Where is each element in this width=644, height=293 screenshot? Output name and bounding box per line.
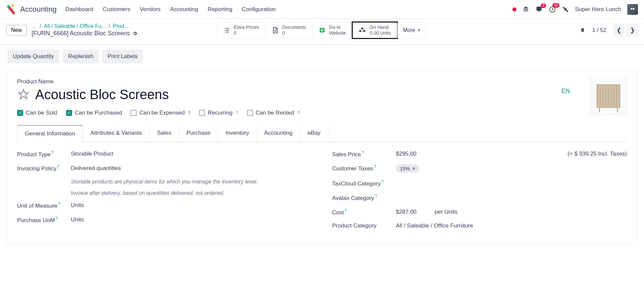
help-icon[interactable]: ? xyxy=(57,164,59,169)
tab-attributes-variants[interactable]: Attributes & Variants xyxy=(83,125,150,142)
cost-per-unit: per Units xyxy=(435,209,457,215)
cost-value[interactable]: $287.00 xyxy=(396,209,416,215)
tabs: General Information Attributes & Variant… xyxy=(17,125,627,142)
stat-documents[interactable]: Documents 0 xyxy=(265,22,312,38)
breadcrumb-record: [FURN_6666] Acoustic Bloc Screens xyxy=(32,30,130,37)
pager-prev-button[interactable]: ❮ xyxy=(613,24,625,37)
language-tag[interactable]: EN xyxy=(561,88,570,95)
help-icon[interactable]: ? xyxy=(375,194,377,199)
avatax-category-label: Avatax Category xyxy=(332,195,374,201)
help-icon[interactable]: ? xyxy=(297,111,300,115)
can-be-rented-checkbox[interactable] xyxy=(247,110,253,116)
svg-rect-4 xyxy=(631,8,635,9)
uom-value[interactable]: Units xyxy=(71,202,312,209)
tools-icon[interactable] xyxy=(562,6,569,13)
can-be-sold-label: Can be Sold xyxy=(26,110,57,116)
product-name-label: Product Name xyxy=(17,78,627,85)
tab-general-information[interactable]: General Information xyxy=(17,125,83,142)
menu-reporting[interactable]: Reporting xyxy=(208,6,233,13)
tab-accounting[interactable]: Accounting xyxy=(257,125,300,142)
sales-price-value[interactable]: $295.00 xyxy=(396,151,416,157)
can-be-expensed-label: Can be Expensed xyxy=(139,110,185,116)
svg-rect-1 xyxy=(630,6,635,12)
stat-website[interactable]: Go to Website xyxy=(312,22,352,38)
new-button[interactable]: New xyxy=(6,25,27,36)
help-icon[interactable]: ? xyxy=(361,150,364,155)
product-category-value[interactable]: All / Saleable / Office Furniture xyxy=(396,222,627,229)
product-type-label: Product Type xyxy=(17,151,51,157)
bookmark-icon[interactable] xyxy=(580,27,585,34)
cost-label: Cost xyxy=(332,209,344,215)
tab-sales[interactable]: Sales xyxy=(150,125,179,142)
stat-label: Go to xyxy=(329,25,346,30)
tab-ebay[interactable]: eBay xyxy=(300,125,328,142)
menu-configuration[interactable]: Configuration xyxy=(242,6,276,13)
replenish-button[interactable]: Replenish xyxy=(63,50,99,63)
fields-left-column: Product Type? Storable Product Invoicing… xyxy=(17,150,312,236)
tab-purchase[interactable]: Purchase xyxy=(179,125,218,142)
favorite-star-icon[interactable] xyxy=(17,88,30,101)
customer-tax-tag[interactable]: 15% ✕ xyxy=(396,164,419,173)
product-name[interactable]: Acoustic Bloc Screens xyxy=(35,87,169,102)
tab-inventory[interactable]: Inventory xyxy=(218,125,257,142)
menu-customers[interactable]: Customers xyxy=(103,6,130,13)
invoicing-policy-value[interactable]: Delivered quantities xyxy=(71,164,312,172)
menu-accounting[interactable]: Accounting xyxy=(170,6,198,13)
app-logo[interactable] xyxy=(6,5,15,14)
can-be-purchased-checkbox[interactable] xyxy=(66,110,72,116)
app-title[interactable]: Accounting xyxy=(20,5,57,14)
product-type-value[interactable]: Storable Product xyxy=(71,150,312,158)
stat-value: 0 xyxy=(282,30,306,36)
messaging-icon[interactable]: 6 xyxy=(535,6,543,13)
breadcrumb-category[interactable]: All / Saleable / Office Fu... xyxy=(44,23,106,29)
messaging-badge: 6 xyxy=(541,3,546,8)
remove-tag-icon[interactable]: ✕ xyxy=(412,166,415,171)
form-sheet: Product Name Acoustic Bloc Screens EN Ca… xyxy=(7,70,637,245)
product-type-hint: Storable products are physical items for… xyxy=(17,179,259,185)
stat-label: Extra Prices xyxy=(234,25,259,30)
breadcrumb-product-list[interactable]: Prod... xyxy=(113,23,129,29)
help-icon[interactable]: ? xyxy=(188,111,191,115)
recurring-checkbox[interactable] xyxy=(199,110,205,116)
stat-label: Documents xyxy=(282,25,306,30)
stat-on-hand[interactable]: On Hand 0.00 Units xyxy=(352,22,397,38)
user-avatar[interactable] xyxy=(627,4,638,15)
pager-next-button[interactable]: ❯ xyxy=(627,24,638,37)
voip-icon[interactable] xyxy=(523,6,529,13)
print-labels-button[interactable]: Print Labels xyxy=(102,50,143,63)
help-icon[interactable]: ? xyxy=(344,208,347,213)
activities-icon[interactable]: 42 xyxy=(549,6,556,13)
can-be-expensed-checkbox[interactable] xyxy=(131,110,137,116)
stat-label: On Hand xyxy=(370,25,391,30)
stat-extra-prices[interactable]: Extra Prices 0 xyxy=(216,22,265,38)
list-icon xyxy=(223,27,230,34)
help-icon[interactable]: ? xyxy=(374,164,376,169)
purchase-uom-label: Purchase UoM xyxy=(17,217,55,223)
top-nav: Accounting Dashboard Customers Vendors A… xyxy=(0,0,644,19)
avatax-category-value[interactable] xyxy=(396,194,627,202)
help-icon[interactable]: ? xyxy=(381,179,384,184)
stat-buttons: Extra Prices 0 Documents 0 Go to Website xyxy=(216,22,426,38)
product-category-label: Product Category xyxy=(332,222,377,229)
help-icon[interactable]: ? xyxy=(55,216,58,221)
user-name[interactable]: Super Hero Lunch xyxy=(575,6,621,13)
pager-text[interactable]: 1 / 52 xyxy=(592,27,606,34)
update-quantity-button[interactable]: Update Quantity xyxy=(7,50,59,63)
menu-dashboard[interactable]: Dashboard xyxy=(65,6,93,13)
purchase-uom-value[interactable]: Units xyxy=(71,216,312,224)
recurring-label: Recurring xyxy=(208,110,233,116)
taxcloud-category-label: TaxCloud Category xyxy=(332,180,381,187)
document-icon xyxy=(271,27,279,34)
menu-vendors[interactable]: Vendors xyxy=(140,6,160,13)
globe-icon xyxy=(318,27,326,34)
stat-more-button[interactable]: More ▼ xyxy=(397,22,426,38)
caret-down-icon: ▼ xyxy=(417,28,420,32)
gear-icon[interactable] xyxy=(133,31,137,36)
help-icon[interactable]: ? xyxy=(58,202,60,206)
taxcloud-category-value[interactable] xyxy=(396,179,627,187)
help-icon[interactable]: ? xyxy=(236,111,238,115)
product-image[interactable] xyxy=(590,78,627,115)
help-icon[interactable]: ? xyxy=(51,150,54,155)
can-be-sold-checkbox[interactable] xyxy=(17,110,23,116)
breadcrumb-ellipsis[interactable]: ... xyxy=(32,23,37,29)
